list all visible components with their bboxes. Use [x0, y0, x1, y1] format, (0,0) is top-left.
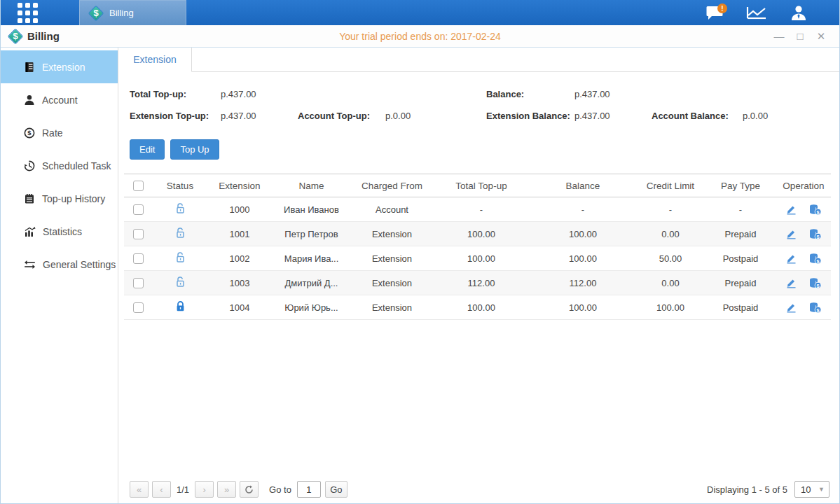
topup-coins-icon[interactable]: $ — [808, 204, 822, 216]
edit-pencil-icon[interactable] — [785, 228, 797, 240]
sidebar-item-label: Account — [42, 94, 78, 106]
apps-grid-glyph — [18, 3, 38, 23]
edit-button[interactable]: Edit — [130, 139, 165, 160]
sidebar: Extension Account $ Rate Scheduled Task … — [1, 48, 118, 503]
notification-badge: ! — [717, 4, 727, 13]
refresh-button[interactable] — [240, 481, 259, 498]
col-charged-from: Charged From — [352, 181, 432, 191]
table-header-row: Status Extension Name Charged From Total… — [124, 174, 831, 197]
row-checkbox[interactable] — [133, 278, 144, 288]
credit-limit-cell: 0.00 — [635, 229, 705, 239]
topup-coins-icon[interactable]: $ — [808, 253, 822, 265]
minimize-icon[interactable]: — — [773, 31, 785, 42]
extension-balance-label: Extension Balance: — [486, 111, 574, 121]
charged-from-cell: Account — [352, 204, 432, 215]
billing-app-tab-label: Billing — [109, 8, 134, 18]
sidebar-item-topup-history[interactable]: Top-up History — [1, 182, 118, 215]
pay-type-cell: Prepaid — [705, 229, 776, 239]
topup-coins-icon[interactable]: $ — [808, 302, 822, 314]
sidebar-item-scheduled-task[interactable]: Scheduled Task — [1, 149, 118, 182]
pay-type-cell: Prepaid — [705, 278, 776, 288]
billing-app-tab[interactable]: $ Billing — [79, 0, 186, 25]
balance-cell: - — [530, 204, 635, 215]
edit-pencil-icon[interactable] — [785, 302, 797, 314]
name-cell: Дмитрий Д... — [271, 278, 352, 288]
billing-app-window: $ Billing ! $ Billing Your trial period … — [0, 0, 840, 504]
sidebar-item-label: Top-up History — [42, 193, 105, 204]
col-extension: Extension — [208, 181, 271, 191]
account-balance-label: Account Balance: — [652, 111, 743, 121]
billing-diamond-icon: $ — [8, 29, 23, 44]
apps-grid-icon[interactable] — [1, 0, 54, 25]
charged-from-cell: Extension — [352, 302, 432, 313]
unlocked-icon — [174, 276, 186, 288]
displaying-text: Displaying 1 - 5 of 5 — [707, 484, 787, 495]
tab-extension[interactable]: Extension — [118, 48, 192, 72]
table-row: 1000 Иван Иванов Account - - - - $ — [124, 197, 831, 222]
trial-notice: Your trial period ends on: 2017-02-24 — [183, 31, 657, 42]
edit-pencil-icon[interactable] — [785, 277, 797, 289]
col-status: Status — [152, 181, 208, 191]
chart-icon[interactable] — [736, 0, 778, 25]
edit-pencil-icon[interactable] — [785, 253, 797, 265]
credit-limit-cell: 0.00 — [635, 278, 705, 288]
goto-page-input[interactable] — [297, 481, 321, 498]
top-up-button[interactable]: Top Up — [170, 139, 219, 160]
extension-topup-label: Extension Top-up: — [130, 111, 221, 121]
total-topup-value: p.437.00 — [221, 89, 298, 99]
billing-diamond-icon: $ — [88, 6, 104, 21]
page-size-select[interactable]: 10 ▼ — [794, 481, 829, 498]
maximize-icon[interactable]: □ — [794, 31, 806, 42]
first-page-button[interactable]: « — [130, 481, 149, 498]
pay-type-cell: Postpaid — [705, 253, 776, 264]
next-page-button[interactable]: › — [195, 481, 214, 498]
balance-value: p.437.00 — [574, 89, 652, 99]
row-checkbox[interactable] — [133, 253, 144, 264]
total-topup-cell: 100.00 — [432, 302, 530, 313]
row-checkbox[interactable] — [133, 229, 144, 239]
chat-icon[interactable]: ! — [694, 0, 736, 25]
row-checkbox[interactable] — [133, 204, 144, 215]
pay-type-cell: Postpaid — [705, 302, 776, 313]
extension-balance-value: p.437.00 — [574, 111, 652, 121]
col-credit-limit: Credit Limit — [635, 181, 705, 191]
pay-type-cell: - — [705, 204, 776, 215]
topup-coins-icon[interactable]: $ — [808, 277, 822, 289]
sidebar-item-rate[interactable]: $ Rate — [1, 116, 118, 149]
go-button[interactable]: Go — [325, 481, 347, 498]
balance-cell: 112.00 — [530, 278, 635, 288]
locked-icon — [174, 300, 186, 312]
name-cell: Мария Ива... — [271, 253, 352, 264]
sidebar-item-general-settings[interactable]: General Settings — [1, 248, 118, 281]
select-all-checkbox[interactable] — [133, 181, 144, 191]
sidebar-item-extension[interactable]: Extension — [1, 50, 118, 83]
total-topup-cell: 112.00 — [432, 278, 530, 288]
topup-coins-icon[interactable]: $ — [808, 228, 822, 240]
extension-cell: 1003 — [208, 278, 271, 288]
col-total-topup: Total Top-up — [432, 181, 530, 191]
pagination-bar: « ‹ 1/1 › » Go to Go Displaying 1 - 5 of… — [118, 481, 839, 498]
extension-topup-value: p.437.00 — [221, 111, 298, 121]
dollar-circle-icon: $ — [24, 127, 35, 139]
sidebar-item-account[interactable]: Account — [1, 83, 118, 116]
extension-cell: 1000 — [208, 204, 271, 215]
balance-label: Balance: — [486, 89, 574, 99]
transfer-arrows-icon — [24, 259, 36, 270]
edit-pencil-icon[interactable] — [785, 204, 797, 216]
close-icon[interactable]: ✕ — [815, 31, 827, 42]
clock-icon — [24, 160, 35, 172]
sidebar-item-label: General Settings — [43, 259, 116, 270]
row-checkbox[interactable] — [133, 302, 144, 313]
unlocked-icon — [174, 251, 186, 263]
prev-page-button[interactable]: ‹ — [152, 481, 171, 498]
name-cell: Петр Петров — [271, 229, 352, 239]
user-icon[interactable] — [778, 0, 820, 25]
unlocked-icon — [174, 202, 186, 214]
account-topup-label: Account Top-up: — [298, 111, 385, 121]
credit-limit-cell: - — [635, 204, 705, 215]
sidebar-item-label: Extension — [42, 62, 85, 73]
last-page-button[interactable]: » — [217, 481, 236, 498]
total-topup-cell: 100.00 — [432, 253, 530, 264]
extension-cell: 1004 — [208, 302, 271, 313]
sidebar-item-statistics[interactable]: Statistics — [1, 215, 118, 248]
